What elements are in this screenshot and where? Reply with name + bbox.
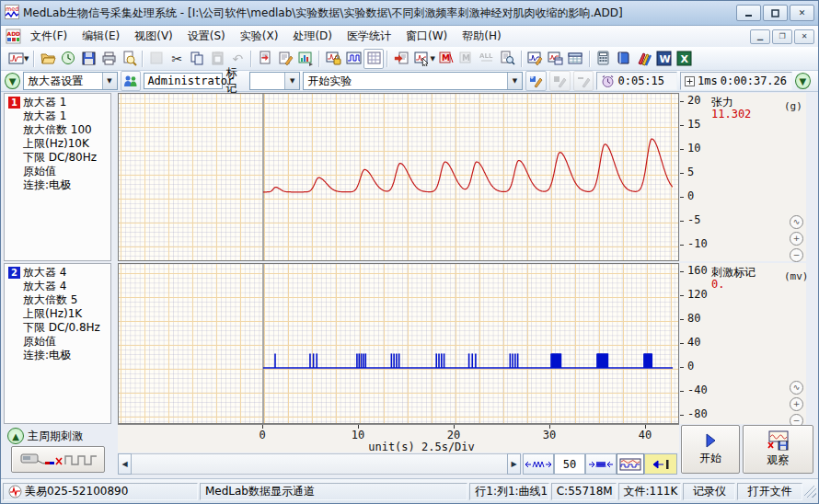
menu-视图V[interactable]: 视图(V) xyxy=(127,27,180,45)
minimize-button[interactable] xyxy=(736,5,761,21)
pens-icon[interactable] xyxy=(634,49,654,69)
channel2-settings-panel[interactable]: 2 放大器 4放大器 4放大倍数 5上限(Hz)1K下限 DC/0.8Hz原始值… xyxy=(4,263,111,424)
autoscale-icon[interactable]: ∿ xyxy=(790,381,803,395)
start-button-label: 开始 xyxy=(699,451,721,466)
go-to-end-button[interactable] xyxy=(644,453,677,475)
menu-帮助H[interactable]: 帮助(H) xyxy=(455,27,508,45)
print-preview-icon[interactable] xyxy=(119,49,139,69)
device-status: 美易025-52100890 xyxy=(3,483,198,500)
compress-timebase-button[interactable] xyxy=(585,453,617,475)
toolbar-separator xyxy=(142,51,144,67)
amplifier-settings-dropdown[interactable]: 放大器设置 ▼ xyxy=(23,72,117,90)
collapse-right-icon[interactable]: ▼ xyxy=(795,73,811,89)
time-axis: unit(s) 2.5s/Div 010203040 xyxy=(118,424,679,452)
mdi-restore-button[interactable]: ❐ xyxy=(772,29,792,44)
mark-m-icon[interactable]: M xyxy=(437,49,457,69)
expand-stimulus-icon[interactable]: ▲ xyxy=(7,428,24,444)
status-bar: 美易025-52100890 MedLab数据显示通道 行1:列1:曲线1 C:… xyxy=(1,478,818,503)
toolbar-separator xyxy=(33,51,35,67)
close-button[interactable]: ✕ xyxy=(790,5,814,21)
edit-mark-button[interactable] xyxy=(549,71,571,91)
recorder-view-button[interactable] xyxy=(617,453,644,475)
sample-rate-value: 1ms xyxy=(698,74,718,87)
delete-mark-button[interactable] xyxy=(573,71,594,91)
edit-note-icon[interactable] xyxy=(275,49,295,69)
device-heartbeat-icon xyxy=(8,485,22,498)
time-tick-label: 10 xyxy=(352,429,364,441)
menu-窗口W[interactable]: 窗口(W) xyxy=(398,27,455,45)
axis-tick-label: -80 xyxy=(687,407,708,420)
menu-items: 文件(F)编辑(E)视图(V)设置(S)实验(X)处理(D)医学统计窗口(W)帮… xyxy=(23,29,509,44)
data-table-icon[interactable] xyxy=(566,49,586,69)
zoom-in-y-icon[interactable]: + xyxy=(790,397,803,411)
tension-chart[interactable] xyxy=(118,93,679,261)
menu-文件F[interactable]: 文件(F) xyxy=(23,27,75,45)
wave-config-icon[interactable] xyxy=(6,49,26,69)
dropdown-arrow-icon[interactable]: ▼ xyxy=(102,73,117,89)
excel-export-icon[interactable]: X xyxy=(675,49,695,69)
notebook-icon[interactable] xyxy=(614,49,634,69)
recorder-toggle[interactable]: 记录仪 xyxy=(683,483,735,500)
grid-view-icon[interactable] xyxy=(363,49,384,69)
collapse-panel-icon[interactable]: ▼ xyxy=(5,73,20,89)
zoom-in-y-icon[interactable]: + xyxy=(790,232,803,246)
stimulator-button[interactable] xyxy=(11,446,105,473)
stimulus-chart[interactable] xyxy=(118,263,679,424)
chart-lock-icon[interactable] xyxy=(323,49,343,69)
save-icon[interactable] xyxy=(78,49,98,69)
experiment-combo-value: 开始实验 xyxy=(304,74,507,89)
channel1-settings-panel[interactable]: 1 放大器 1放大器 1放大倍数 100上限(Hz)10K下限 DC/80Hz原… xyxy=(4,93,111,261)
copy-icon[interactable] xyxy=(187,49,207,69)
menu-处理D[interactable]: 处理(D) xyxy=(285,27,340,45)
menu-医学统计[interactable]: 医学统计 xyxy=(340,27,398,45)
autoscale-icon[interactable]: ∿ xyxy=(790,215,803,229)
zoom-out-y-icon[interactable]: − xyxy=(790,248,803,262)
dropdown-caret-icon[interactable]: ▼ xyxy=(24,55,29,63)
chart-report-icon[interactable] xyxy=(546,49,566,69)
mark-dropdown[interactable]: ▼ xyxy=(249,72,300,90)
menu-编辑E[interactable]: 编辑(E) xyxy=(75,27,127,45)
menu-设置S[interactable]: 设置(S) xyxy=(180,27,233,45)
operator-field[interactable]: Administrator xyxy=(144,73,223,89)
dropdown-caret-icon[interactable]: ▼ xyxy=(430,55,434,63)
dropdown-arrow-icon[interactable]: ▼ xyxy=(284,73,299,89)
start-button[interactable]: 开始 xyxy=(681,425,740,474)
chart-edit-icon[interactable] xyxy=(525,49,546,69)
mdi-close-button[interactable]: ✕ xyxy=(794,29,814,44)
calculator-icon[interactable] xyxy=(594,49,614,69)
select-chart-icon[interactable] xyxy=(411,49,432,69)
menu-实验X[interactable]: 实验(X) xyxy=(233,27,286,45)
pulse-view-icon[interactable] xyxy=(343,49,363,69)
import-page-icon[interactable] xyxy=(391,49,411,69)
observe-button[interactable]: 观察 xyxy=(743,425,813,474)
axis-tick-mark xyxy=(680,295,684,296)
open-file-icon[interactable] xyxy=(38,49,58,69)
channel-setting-line: 连接:电极 xyxy=(23,349,110,362)
timebase-value[interactable]: 50 xyxy=(554,453,585,475)
maximize-button[interactable] xyxy=(763,5,788,21)
axis-tick-mark xyxy=(680,367,684,368)
scrollbar-track[interactable] xyxy=(132,453,507,475)
chart-export-icon[interactable] xyxy=(295,49,316,69)
users-button[interactable] xyxy=(121,71,142,91)
channel-setting-line: 放大器 4 xyxy=(23,266,110,280)
find-page-icon[interactable] xyxy=(498,49,518,69)
resize-grip[interactable] xyxy=(804,486,816,498)
scroll-right-button[interactable]: ▶ xyxy=(507,453,521,475)
expand-timebase-button[interactable] xyxy=(523,453,554,475)
stimulus-panel-label: 主周期刺激 xyxy=(28,429,83,444)
word-export-icon[interactable]: W xyxy=(654,49,675,69)
svg-text:M: M xyxy=(442,53,450,63)
channel2-axis-panel: 刺激标记 0. (mv) ∿ + − 16012080400-40-80 xyxy=(680,263,806,424)
add-mark-button[interactable] xyxy=(525,71,547,91)
scroll-left-button[interactable]: ◀ xyxy=(118,453,132,475)
print-icon[interactable] xyxy=(98,49,119,69)
history-clock-icon[interactable] xyxy=(58,49,78,69)
play-icon xyxy=(702,432,719,449)
dropdown-arrow-icon[interactable]: ▼ xyxy=(507,73,522,89)
cut-icon[interactable]: ✂ xyxy=(167,49,187,69)
experiment-combo[interactable]: 开始实验 ▼ xyxy=(303,72,523,90)
mdi-minimize-button[interactable]: ▁ xyxy=(750,29,770,44)
export-page-icon[interactable] xyxy=(255,49,275,69)
open-file-toggle[interactable]: 打开文件 xyxy=(737,483,802,500)
